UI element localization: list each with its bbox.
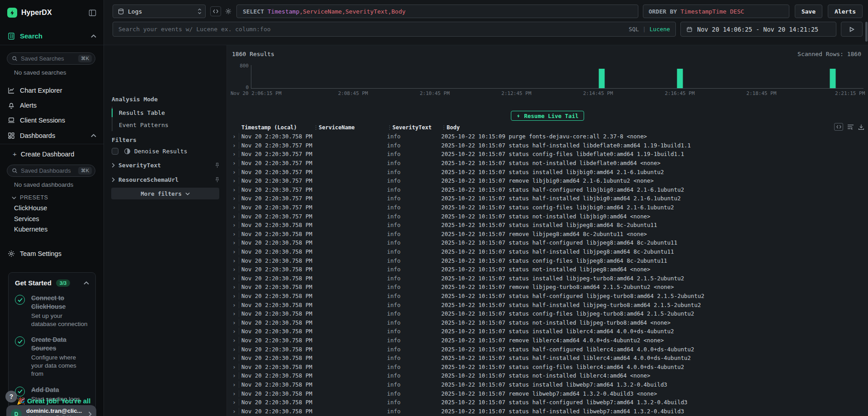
table-row[interactable]: ›Nov 20 2:20:30.758 PMinfo2025-10-22 10:… [227, 265, 868, 274]
run-query-button[interactable] [841, 22, 863, 37]
source-settings-button[interactable] [225, 8, 232, 15]
table-row[interactable]: ›Nov 20 2:20:30.757 PMinfo2025-10-22 10:… [227, 212, 868, 221]
table-row[interactable]: ›Nov 20 2:20:30.758 PMinfo2025-10-22 10:… [227, 371, 868, 380]
table-row[interactable]: ›Nov 20 2:20:30.758 PMinfo2025-10-22 10:… [227, 380, 868, 389]
filter-group-resourceschemaurl[interactable]: ResourceSchemaUrl [112, 176, 220, 183]
sidebar-collapse-icon[interactable] [89, 9, 96, 16]
sidebar-item-dashboards[interactable]: Dashboards [0, 128, 104, 143]
preset-item[interactable]: Services [14, 215, 39, 222]
table-row[interactable]: ›Nov 20 2:20:30.758 PMinfo2025-10-22 10:… [227, 336, 868, 345]
wrap-lines-icon[interactable] [847, 124, 854, 130]
histogram-bar[interactable] [677, 69, 683, 88]
table-row[interactable]: ›Nov 20 2:20:30.758 PMinfo2025-10-22 10:… [227, 300, 868, 309]
lang-sql-option[interactable]: SQL [629, 26, 639, 33]
alerts-button[interactable]: Alerts [828, 5, 863, 18]
sidebar-item-client-sessions[interactable]: Client Sessions [0, 113, 104, 128]
table-row[interactable]: ›Nov 20 2:20:30.757 PMinfo2025-10-22 10:… [227, 176, 868, 185]
cell-body: 2025-10-22 10:15:07 status config-files … [441, 310, 868, 317]
column-resize-handle[interactable]: ⋮ [313, 124, 319, 131]
table-row[interactable]: ›Nov 20 2:20:30.757 PMinfo2025-10-22 10:… [227, 159, 868, 168]
cell-timestamp: Nov 20 2:20:30.758 PM [239, 381, 316, 388]
cell-severitytext: info [387, 355, 441, 361]
denoise-results-option[interactable]: Denoise Results [112, 148, 187, 155]
table-row[interactable]: ›Nov 20 2:20:30.758 PMinfo2025-10-22 10:… [227, 238, 868, 247]
lang-lucene-option[interactable]: Lucene [650, 26, 670, 33]
table-row[interactable]: ›Nov 20 2:20:30.757 PMinfo2025-10-22 10:… [227, 141, 868, 150]
pin-icon[interactable] [214, 177, 220, 183]
expand-json-icon[interactable] [834, 123, 843, 131]
table-row[interactable]: ›Nov 20 2:20:30.758 PMinfo2025-10-22 10:… [227, 407, 868, 416]
table-row[interactable]: ›Nov 20 2:20:30.757 PMinfo2025-10-22 10:… [227, 203, 868, 212]
pin-icon[interactable] [214, 162, 220, 168]
table-row[interactable]: ›Nov 20 2:20:30.757 PMinfo2025-10-22 10:… [227, 167, 868, 176]
table-row[interactable]: ›Nov 20 2:20:30.758 PMinfo2025-10-22 10:… [227, 221, 868, 230]
order-by-input[interactable]: ORDER BY TimestampTime DESC [643, 5, 789, 18]
table-row[interactable]: ›Nov 20 2:20:30.758 PMinfo2025-10-22 10:… [227, 309, 868, 318]
table-row[interactable]: ›Nov 20 2:20:30.758 PMinfo2025-10-22 10:… [227, 256, 868, 265]
user-account-chip[interactable]: D dominic.tran@clic... dominic.tran@clic… [6, 405, 96, 416]
presets-toggle[interactable]: PRESETS [12, 194, 48, 201]
mode-results-table[interactable]: Results Table [113, 107, 169, 119]
filter-group-label: ResourceSchemaUrl [118, 176, 214, 183]
help-button[interactable]: ? [5, 391, 17, 402]
mode-event-patterns[interactable]: Event Patterns [113, 119, 169, 131]
chevron-up-icon[interactable] [84, 281, 89, 285]
column-resize-handle[interactable]: ⋮ [387, 124, 392, 131]
source-select[interactable]: Logs [113, 5, 206, 18]
table-row[interactable]: ›Nov 20 2:20:30.758 PMinfo2025-10-22 10:… [227, 230, 868, 239]
download-icon[interactable] [858, 124, 864, 130]
table-row[interactable]: ›Nov 20 2:20:30.758 PMinfo2025-10-22 10:… [227, 327, 868, 336]
select-columns-input[interactable]: SELECT Timestamp,ServiceName,SeverityTex… [236, 5, 638, 18]
table-row[interactable]: ›Nov 20 2:20:30.758 PMinfo2025-10-22 10:… [227, 354, 868, 363]
scrollbar-thumb[interactable] [865, 22, 868, 42]
create-dashboard-button[interactable]: + Create Dashboard [13, 150, 74, 158]
saved-dashboards-input[interactable]: Saved Dashboards ⌘K [7, 165, 95, 177]
filter-group-severitytext[interactable]: SeverityText [112, 162, 220, 169]
get-started-item[interactable]: Connect to ClickHouseSet up your databas… [15, 294, 89, 328]
histogram-bar[interactable] [830, 69, 836, 88]
table-row[interactable]: ›Nov 20 2:20:30.758 PMinfo2025-10-22 10:… [227, 247, 868, 256]
alerts-label: Alerts [20, 102, 96, 109]
event-search-input[interactable]: Search your events w/ Lucene ex. column:… [113, 22, 676, 37]
resume-live-tail-button[interactable]: Resume Live Tail [511, 111, 584, 121]
more-filters-button[interactable]: More filters [111, 188, 219, 199]
code-toggle-button[interactable] [210, 6, 221, 16]
cell-severitytext: info [387, 275, 441, 282]
column-header-severitytext[interactable]: SeverityText [392, 124, 441, 131]
table-row[interactable]: ›Nov 20 2:20:30.757 PMinfo2025-10-22 10:… [227, 150, 868, 159]
table-row[interactable]: ›Nov 20 2:20:30.758 PMinfo2025-10-22 10:… [227, 362, 868, 371]
get-started-item[interactable]: Create Data SourcesConfigure where your … [15, 336, 89, 378]
x-axis-tick-label: 2:18:45 PM [746, 90, 776, 96]
cell-timestamp: Nov 20 2:20:30.758 PM [239, 284, 316, 290]
table-row[interactable]: ›Nov 20 2:20:30.757 PMinfo2025-10-22 10:… [227, 194, 868, 203]
table-row[interactable]: ›Nov 20 2:20:30.758 PMinfo2025-10-22 10:… [227, 389, 868, 398]
cell-body: 2025-10-22 10:15:07 remove libwebp7:amd6… [441, 390, 868, 397]
preset-item[interactable]: Kubernetes [14, 226, 47, 233]
table-row[interactable]: ›Nov 20 2:20:30.758 PMinfo2025-10-22 10:… [227, 292, 868, 301]
table-row[interactable]: ›Nov 20 2:20:30.758 PMinfo2025-10-22 10:… [227, 398, 868, 407]
preset-item[interactable]: ClickHouse [14, 204, 47, 212]
cell-body: 2025-10-22 10:15:07 status half-configur… [441, 346, 868, 353]
get-started-item-title: Connect to ClickHouse [31, 294, 89, 311]
table-row[interactable]: ›Nov 20 2:20:30.758 PMinfo2025-10-22 10:… [227, 132, 868, 141]
results-histogram[interactable]: 800 0 [251, 65, 863, 89]
table-row[interactable]: ›Nov 20 2:20:30.757 PMinfo2025-10-22 10:… [227, 185, 868, 194]
column-header-body[interactable]: Body [447, 124, 868, 131]
sidebar-item-chart-explorer[interactable]: Chart Explorer [0, 83, 104, 98]
sidebar-item-search[interactable]: Search [0, 27, 104, 45]
table-row[interactable]: ›Nov 20 2:20:30.758 PMinfo2025-10-22 10:… [227, 318, 868, 327]
saved-searches-input[interactable]: Saved Searches ⌘K [7, 52, 95, 65]
sidebar-item-team-settings[interactable]: Team Settings [0, 246, 104, 261]
sidebar-item-alerts[interactable]: Alerts [0, 98, 104, 113]
histogram-bar[interactable] [599, 69, 604, 88]
time-range-picker[interactable]: Nov 20 14:06:25 - Nov 20 14:21:25 [680, 22, 836, 37]
table-row[interactable]: ›Nov 20 2:20:30.758 PMinfo2025-10-22 10:… [227, 274, 868, 283]
denoise-checkbox[interactable] [112, 148, 118, 155]
column-header-servicename[interactable]: ServiceName [319, 124, 387, 131]
save-button[interactable]: Save [795, 5, 822, 18]
column-header-timestamp[interactable]: Timestamp (Local) [241, 124, 313, 131]
column-resize-handle[interactable]: ⋮ [441, 124, 447, 131]
table-row[interactable]: ›Nov 20 2:20:30.758 PMinfo2025-10-22 10:… [227, 345, 868, 354]
table-row[interactable]: ›Nov 20 2:20:30.758 PMinfo2025-10-22 10:… [227, 283, 868, 292]
saved-dashboards-placeholder: Saved Dashboards [21, 167, 78, 174]
